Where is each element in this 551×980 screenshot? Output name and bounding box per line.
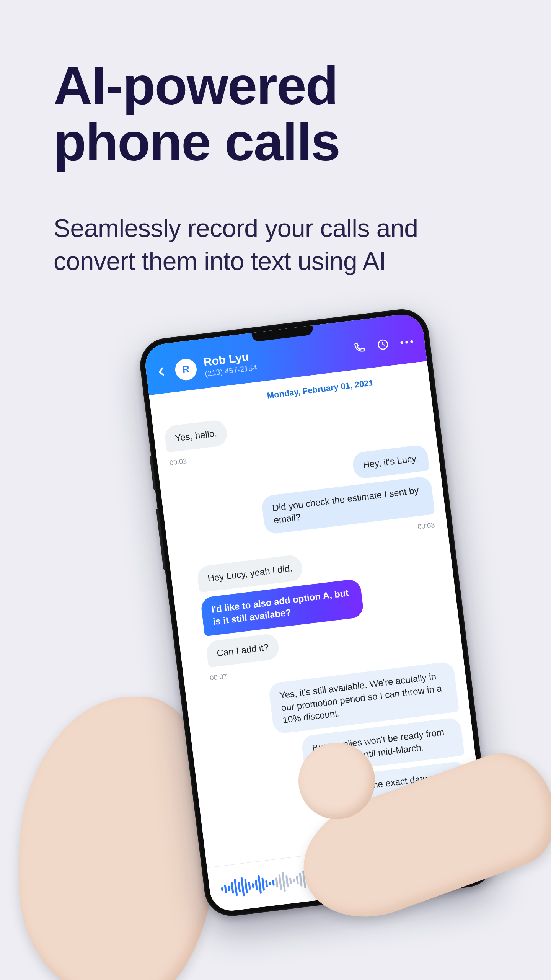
finger-tip-illustration (298, 743, 375, 819)
timestamp: 00:07 (209, 672, 227, 682)
page-title-line2: phone calls (54, 112, 340, 172)
contact-initial: R (182, 363, 190, 376)
call-button[interactable] (352, 340, 366, 356)
history-button[interactable] (376, 337, 390, 353)
page-title: AI-powered phone calls (54, 57, 497, 170)
more-button[interactable] (400, 340, 413, 344)
timestamp: 00:02 (169, 457, 187, 467)
message-bubble-right[interactable]: Hey, it's Lucy. (352, 444, 430, 479)
chevron-left-icon (155, 365, 168, 377)
phone-stage: R Rob Lyu (213) 457-2154 (54, 324, 497, 980)
message-bubble-left[interactable]: Can I add it? (205, 633, 280, 668)
phone-icon (352, 340, 366, 354)
page-subtitle: Seamlessly record your calls and convert… (54, 212, 497, 278)
clock-icon (376, 337, 390, 351)
back-button[interactable] (155, 365, 168, 379)
dot-icon (410, 340, 413, 343)
message-bubble-left[interactable]: Yes, hello. (164, 419, 228, 452)
timestamp: 00:03 (417, 521, 435, 531)
dot-icon (405, 341, 408, 344)
dot-icon (400, 341, 403, 344)
contact-block[interactable]: Rob Lyu (213) 457-2154 (203, 338, 347, 378)
contact-avatar[interactable]: R (174, 357, 198, 381)
page-title-line1: AI-powered (54, 56, 337, 116)
message-bubble-left[interactable]: Hey Lucy, yeah I did. (196, 554, 304, 593)
